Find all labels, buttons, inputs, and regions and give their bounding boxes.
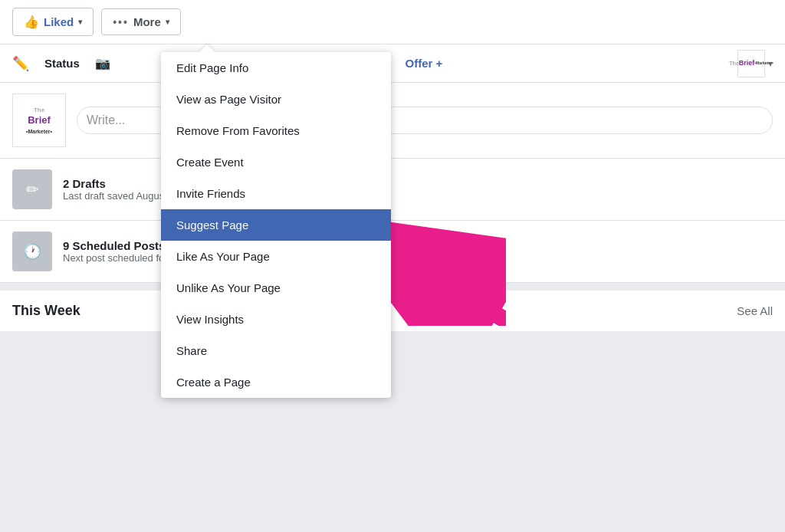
more-label: More [133, 15, 161, 28]
menu-item-like-as-page[interactable]: Like As Your Page [161, 241, 391, 272]
brief-marketer-logo: The Brief •Marketer• [12, 94, 66, 147]
menu-item-view-insights[interactable]: View Insights [161, 304, 391, 335]
more-button[interactable]: ••• More ▾ [101, 8, 181, 35]
this-week-section: This Week See All [0, 291, 785, 331]
logo-image-small: The Brief •Marketer• [737, 50, 765, 77]
status-bar: ✏️ Status 📷 Offer + The Brief •Marketer•… [0, 44, 785, 83]
dropdown-arrow [199, 44, 215, 52]
liked-label: Liked [44, 15, 74, 28]
drafts-icon: ✏ [12, 169, 52, 209]
menu-item-remove-favorites[interactable]: Remove From Favorites [161, 115, 391, 146]
scheduled-row: 🕐 9 Scheduled Posts Next post scheduled … [0, 221, 785, 283]
menu-item-invite-friends[interactable]: Invite Friends [161, 178, 391, 209]
liked-button[interactable]: 👍 Liked ▾ [12, 8, 94, 36]
drafts-row: ✏ 2 Drafts Last draft saved August 1 at … [0, 159, 785, 221]
write-area: The Brief •Marketer• Write... [0, 83, 785, 159]
offer-button[interactable]: Offer + [406, 57, 443, 70]
menu-item-view-as-visitor[interactable]: View as Page Visitor [161, 84, 391, 115]
more-chevron-icon: ▾ [166, 18, 169, 26]
this-week-title: This Week [12, 303, 80, 319]
menu-item-edit-page-info[interactable]: Edit Page Info [161, 52, 391, 84]
menu-item-suggest-page[interactable]: Suggest Page [161, 209, 391, 241]
write-placeholder: Write... [87, 113, 125, 126]
dots-icon: ••• [113, 16, 129, 28]
menu-item-share[interactable]: Share [161, 335, 391, 366]
dropdown-menu: Edit Page Info View as Page Visitor Remo… [161, 52, 391, 398]
menu-item-unlike-as-page[interactable]: Unlike As Your Page [161, 272, 391, 304]
status-label: Status [44, 57, 80, 70]
see-all-link[interactable]: See All [737, 304, 773, 317]
scheduled-icon: 🕐 [12, 232, 52, 271]
thumbs-up-icon: 👍 [24, 15, 39, 29]
brief-marketer-logo-small: The Brief •Marketer• ▾ [737, 50, 773, 77]
menu-item-create-page[interactable]: Create a Page [161, 366, 391, 398]
menu-item-create-event[interactable]: Create Event [161, 146, 391, 178]
liked-chevron-icon: ▾ [78, 18, 82, 26]
pencil-icon: ✏️ [12, 55, 29, 72]
camera-icon: 📷 [95, 56, 110, 71]
logo-chevron-icon[interactable]: ▾ [768, 58, 773, 69]
top-bar: 👍 Liked ▾ ••• More ▾ [0, 0, 785, 44]
